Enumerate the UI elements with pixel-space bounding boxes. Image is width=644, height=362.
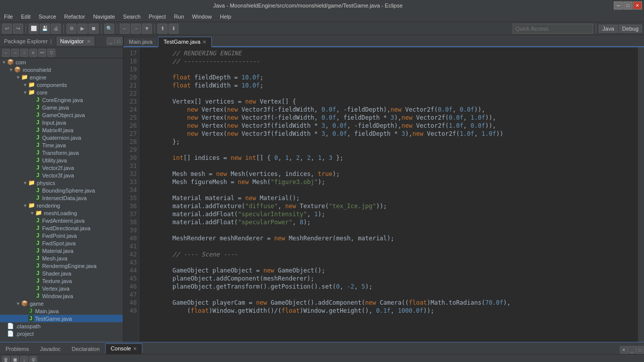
line-numbers: 1718192021222324252627282930313233343536… <box>123 47 139 342</box>
tree-item-vertex-java[interactable]: JVertex.java <box>0 285 123 292</box>
close-button[interactable]: ✕ <box>633 2 642 10</box>
tree-item-fwdpoint-java[interactable]: JFwdPoint.java <box>0 232 123 239</box>
tree-item-vector2f-java[interactable]: JVector2f.java <box>0 164 123 171</box>
tree-item-core[interactable]: ▼📁core <box>0 88 123 96</box>
console-clear-icon[interactable]: 🗑 <box>2 356 10 363</box>
tree-item-window-java[interactable]: JWindow.java <box>0 292 123 300</box>
bottom-panel-icon-2[interactable]: _ <box>628 346 636 354</box>
tree-item-moonshield[interactable]: ▼📦moonshield <box>0 66 123 73</box>
toolbar-icon-prev-edit[interactable]: ⬇ <box>169 24 179 34</box>
menu-item-search[interactable]: Search <box>119 11 145 22</box>
tab-main-java[interactable]: Main.java <box>123 37 158 46</box>
tree-item--classpath[interactable]: 📄.classpath <box>0 322 123 330</box>
menu-item-help[interactable]: Help <box>216 11 235 22</box>
toolbar-icon-3[interactable]: ⬜ <box>29 24 39 34</box>
tree-item-shader-java[interactable]: JShader.java <box>0 269 123 277</box>
tree-item-input-java[interactable]: JInput.java <box>0 119 123 126</box>
tree-item-vector3f-java[interactable]: JVector3f.java <box>0 171 123 179</box>
tree-item-main-java[interactable]: JMain.java <box>0 307 123 315</box>
quick-access-input[interactable] <box>513 24 593 34</box>
menu-item-run[interactable]: Run <box>170 11 188 22</box>
tree-item-intersectdata-java[interactable]: JIntersectData.java <box>0 194 123 202</box>
tab-problems[interactable]: Problems <box>0 344 34 354</box>
console-settings-icon[interactable]: ⚙ <box>29 356 37 363</box>
tree-item-material-java[interactable]: JMaterial.java <box>0 247 123 254</box>
tab-navigator[interactable]: Navigator ✕ <box>56 37 95 46</box>
sidebar-back-icon[interactable]: ← <box>2 49 10 57</box>
toolbar-icon-5[interactable]: 🖨 <box>51 24 61 34</box>
menu-item-navigate[interactable]: Navigate <box>89 11 119 22</box>
bottom-panel-icon-3[interactable]: □ <box>636 346 644 354</box>
tree-item-rendering[interactable]: ▼📁rendering <box>0 202 123 209</box>
tab-javadoc[interactable]: Javadoc <box>34 344 66 354</box>
bottom-panel-icon-1[interactable]: ✕ <box>620 346 628 354</box>
tree-item-testgame-java[interactable]: JTestGame.java <box>0 315 123 322</box>
tab-testgame-java[interactable]: TestGame.java ✕ <box>158 37 212 47</box>
toolbar-icon-nav1[interactable]: ← <box>120 24 130 34</box>
toolbar-icon-4[interactable]: 💾 <box>40 24 50 34</box>
toolbar-icon-1[interactable]: ↩ <box>2 24 12 34</box>
sidebar-forward-icon[interactable]: → <box>11 49 19 57</box>
menu-item-file[interactable]: File <box>0 11 17 22</box>
tree-item-time-java[interactable]: JTime.java <box>0 141 123 149</box>
menu-item-window[interactable]: Window <box>188 11 216 22</box>
tree-item-renderingengine-java[interactable]: JRenderingEngine.java <box>0 262 123 269</box>
toolbar-icon-2[interactable]: ↪ <box>13 24 23 34</box>
sidebar-toolbar: ← → ↑ ≡ ⚯ ▽ <box>0 47 123 58</box>
tree-item-mesh-java[interactable]: JMesh.java <box>0 254 123 262</box>
tree-item-meshloading[interactable]: ▼📁meshLoading <box>0 209 123 217</box>
sidebar-menu-icon[interactable]: ▽ <box>47 49 55 57</box>
tab-navigator-close[interactable]: ✕ <box>87 39 91 44</box>
tree-item-game[interactable]: ▼📦game <box>0 300 123 307</box>
tab-package-explorer[interactable]: Package Explorer | <box>0 37 56 46</box>
tree-item-engine[interactable]: ▼📁engine <box>0 73 123 81</box>
toolbar-icon-nav2[interactable]: → <box>131 24 141 34</box>
toolbar-icon-next-edit[interactable]: ⬆ <box>157 24 168 34</box>
tree-item-quaternion-java[interactable]: JQuaternion.java <box>0 134 123 141</box>
code-content[interactable]: // RENDERING ENGINE // -----------------… <box>139 47 638 342</box>
menu-item-source[interactable]: Source <box>35 11 60 22</box>
tree-item-matrix4f-java[interactable]: JMatrix4f.java <box>0 126 123 134</box>
toolbar-icon-search[interactable]: 🔍 <box>104 24 114 34</box>
tab-testgame-close-icon[interactable]: ✕ <box>202 39 206 45</box>
tree-item-fwdspot-java[interactable]: JFwdSpot.java <box>0 239 123 247</box>
tree-item-com[interactable]: ▼📦com <box>0 58 123 66</box>
sidebar-up-icon[interactable]: ↑ <box>20 49 28 57</box>
menu-item-edit[interactable]: Edit <box>17 11 35 22</box>
tree-item--project[interactable]: 📄.project <box>0 330 123 337</box>
menu-item-project[interactable]: Project <box>144 11 170 22</box>
maximize-button[interactable]: □ <box>623 2 632 10</box>
sidebar-maximize-icon[interactable]: □ <box>115 37 123 45</box>
tree-item-utility-java[interactable]: JUtility.java <box>0 156 123 164</box>
tree-item-components[interactable]: ▼📁components <box>0 81 123 88</box>
minimize-button[interactable]: ─ <box>614 2 623 10</box>
java-perspective-button[interactable]: Java <box>599 25 617 33</box>
tab-console-close-icon[interactable]: ✕ <box>133 346 137 351</box>
tree-item-fwddirectional-java[interactable]: JFwdDirectional.java <box>0 224 123 232</box>
tree-item-physics[interactable]: ▼📁physics <box>0 179 123 187</box>
toolbar-icon-6[interactable]: ⚙ <box>66 24 76 34</box>
tree-item-fwdambient-java[interactable]: JFwdAmbient.java <box>0 217 123 224</box>
console-scroll-icon[interactable]: ↓ <box>20 356 28 363</box>
sidebar-collapse-icon[interactable]: ≡ <box>29 49 37 57</box>
sidebar-minimize-icon[interactable]: _ <box>107 37 115 45</box>
toolbar-icon-nav3[interactable]: ▼ <box>142 24 152 34</box>
bottom-panel: Problems Javadoc Declaration Console ✕ ✕… <box>0 342 644 362</box>
tab-console[interactable]: Console ✕ <box>105 343 142 354</box>
tree-item-boundingsphere-java[interactable]: JBoundingSphere.java <box>0 187 123 194</box>
toolbar-icon-8[interactable]: ⏹ <box>89 24 99 34</box>
vertical-scrollbar[interactable] <box>638 47 644 342</box>
tab-declaration[interactable]: Declaration <box>66 344 105 354</box>
toolbar-icon-7[interactable]: ▶ <box>77 24 88 34</box>
debug-perspective-button[interactable]: Debug <box>619 25 642 33</box>
tree-item-texture-java[interactable]: JTexture.java <box>0 277 123 285</box>
window-controls[interactable]: ─ □ ✕ <box>614 2 642 10</box>
menu-item-refactor[interactable]: Refactor <box>60 11 90 22</box>
tree-item-game-java[interactable]: JGame.java <box>0 104 123 111</box>
tree-item-transform-java[interactable]: JTransform.java <box>0 149 123 156</box>
console-stop-icon[interactable]: ⏹ <box>11 356 19 363</box>
tree-item-gameobject-java[interactable]: JGameObject.java <box>0 111 123 119</box>
tree-item-coreengine-java[interactable]: JCoreEngine.java <box>0 96 123 104</box>
sidebar-link-icon[interactable]: ⚯ <box>38 49 46 57</box>
tab-declaration-label: Declaration <box>71 346 100 352</box>
